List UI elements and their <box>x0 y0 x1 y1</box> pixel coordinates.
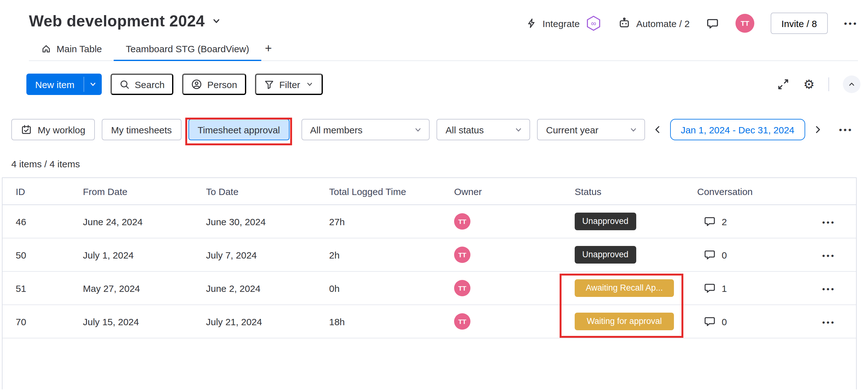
status-badge[interactable]: Awaiting Recall Ap... <box>575 279 674 297</box>
timesheet-approval-button[interactable]: Timesheet approval <box>188 119 289 140</box>
column-header-id[interactable]: ID <box>16 186 83 197</box>
row-menu-icon[interactable]: ••• <box>822 251 835 260</box>
add-view-button[interactable]: + <box>261 41 279 60</box>
previous-period-button[interactable] <box>652 124 663 135</box>
cell-from-date: July 15, 2024 <box>83 316 206 327</box>
my-worklog-button[interactable]: My worklog <box>11 119 95 140</box>
status-dropdown[interactable]: All status <box>437 119 530 140</box>
my-worklog-label: My worklog <box>38 124 85 135</box>
owner-avatar[interactable]: TT <box>454 213 470 230</box>
table-body: 46 June 24, 2024 June 30, 2024 27h TT Un… <box>2 205 856 338</box>
my-timesheets-button[interactable]: My timesheets <box>102 119 181 140</box>
integrate-button[interactable]: Integrate ∞ <box>526 15 602 31</box>
conversation-bubble-icon[interactable] <box>704 282 716 295</box>
column-header-owner[interactable]: Owner <box>454 186 575 197</box>
chat-bubble-icon[interactable] <box>706 17 719 30</box>
status-badge[interactable]: Waiting for approval <box>575 313 674 330</box>
table-row[interactable]: 70 July 15, 2024 July 21, 2024 18h TT Wa… <box>2 305 856 338</box>
cell-total-logged-time: 2h <box>329 249 454 260</box>
cell-to-date: June 2, 2024 <box>206 283 329 294</box>
search-button[interactable]: Search <box>110 74 173 95</box>
gear-icon[interactable]: ⚙ <box>803 78 815 90</box>
integrate-icon <box>526 18 537 29</box>
cell-to-date: July 7, 2024 <box>206 249 329 260</box>
cell-total-logged-time: 27h <box>329 216 454 227</box>
row-menu-icon[interactable]: ••• <box>822 284 835 294</box>
period-dropdown[interactable]: Current year <box>537 119 645 140</box>
page-title: Web development 2024 <box>29 12 205 30</box>
cell-to-date: July 21, 2024 <box>206 316 329 327</box>
cell-id: 51 <box>16 283 83 294</box>
members-dropdown[interactable]: All members <box>302 119 430 140</box>
chevron-left-icon <box>652 124 663 135</box>
status-badge[interactable]: Unapproved <box>575 246 636 263</box>
fullscreen-icon[interactable] <box>777 78 789 90</box>
filter-chevron-icon <box>305 80 314 89</box>
conversation-bubble-icon[interactable] <box>704 215 716 228</box>
column-header-to-date[interactable]: To Date <box>206 186 329 197</box>
chevron-down-icon <box>413 125 423 134</box>
table-row[interactable]: 46 June 24, 2024 June 30, 2024 27h TT Un… <box>2 205 856 239</box>
cell-from-date: June 24, 2024 <box>83 216 206 227</box>
table-header-row: ID From Date To Date Total Logged Time O… <box>2 178 856 205</box>
cell-id: 50 <box>16 249 83 260</box>
board-menu-icon[interactable]: ••• <box>844 19 858 28</box>
user-avatar[interactable]: TT <box>736 14 754 33</box>
conversation-count: 0 <box>722 316 727 327</box>
board-title-chevron-icon[interactable] <box>211 16 222 26</box>
table-row[interactable]: 51 May 27, 2024 June 2, 2024 0h TT Await… <box>2 272 856 305</box>
chevron-right-icon <box>812 124 824 135</box>
tab-teamboard-stg[interactable]: Teamboard STG (BoardView) <box>114 44 261 61</box>
table-row[interactable]: 50 July 1, 2024 July 7, 2024 2h TT Unapp… <box>2 239 856 272</box>
new-item-chevron-icon[interactable] <box>84 74 101 95</box>
toolbar-divider <box>829 77 829 91</box>
filter-label: Filter <box>279 79 300 90</box>
board-toolbar: New item Search Person Filter ⚙ <box>26 74 861 95</box>
svg-text:∞: ∞ <box>591 19 596 27</box>
column-header-status[interactable]: Status <box>575 186 697 197</box>
filter-row-menu-icon[interactable]: ••• <box>839 125 853 134</box>
status-badge[interactable]: Unapproved <box>575 213 636 230</box>
funnel-icon <box>264 79 274 90</box>
cell-total-logged-time: 0h <box>329 283 454 294</box>
new-item-split-button[interactable]: New item <box>26 74 101 95</box>
conversation-count: 1 <box>722 283 727 294</box>
calendar-check-icon <box>21 124 32 135</box>
board-tabs: Main Table Teamboard STG (BoardView) + <box>29 39 858 61</box>
tab-main-table[interactable]: Main Table <box>29 44 114 60</box>
conversation-bubble-icon[interactable] <box>704 315 716 328</box>
board-title-row: Web development 2024 <box>29 12 222 30</box>
date-range-button[interactable]: Jan 1, 2024 - Dec 31, 2024 <box>670 119 805 140</box>
owner-avatar[interactable]: TT <box>454 280 470 296</box>
conversation-bubble-icon[interactable] <box>704 248 716 261</box>
header-actions: Integrate ∞ Automate / 2 TT Invite / 8 •… <box>526 13 858 33</box>
search-icon <box>119 79 130 90</box>
tab-teamboard-stg-label: Teamboard STG (BoardView) <box>126 44 249 54</box>
new-item-label[interactable]: New item <box>26 74 83 95</box>
cell-to-date: June 30, 2024 <box>206 216 329 227</box>
timesheet-table: ID From Date To Date Total Logged Time O… <box>2 177 857 389</box>
automate-label: Automate / 2 <box>636 18 690 29</box>
next-period-button[interactable] <box>812 124 824 135</box>
owner-avatar[interactable]: TT <box>454 247 470 263</box>
integrations-hexagon-badge-icon: ∞ <box>585 15 602 31</box>
conversation-count: 2 <box>722 216 727 227</box>
search-label: Search <box>135 79 164 90</box>
cell-id: 46 <box>16 216 83 227</box>
row-menu-icon[interactable]: ••• <box>822 317 835 327</box>
collapse-toolbar-button[interactable] <box>843 76 861 93</box>
row-menu-icon[interactable]: ••• <box>822 217 835 227</box>
chevron-down-icon <box>629 125 638 134</box>
cell-id: 70 <box>16 316 83 327</box>
column-header-from-date[interactable]: From Date <box>83 186 206 197</box>
home-icon <box>41 44 52 54</box>
filter-button[interactable]: Filter <box>255 74 323 95</box>
owner-avatar[interactable]: TT <box>454 313 470 330</box>
person-label: Person <box>207 79 237 90</box>
invite-button[interactable]: Invite / 8 <box>771 12 828 34</box>
column-header-conversation[interactable]: Conversation <box>697 186 821 197</box>
column-header-total-logged-time[interactable]: Total Logged Time <box>329 186 454 197</box>
person-filter-button[interactable]: Person <box>182 74 246 95</box>
automate-button[interactable]: Automate / 2 <box>618 17 690 30</box>
status-dropdown-value: All status <box>445 124 484 135</box>
